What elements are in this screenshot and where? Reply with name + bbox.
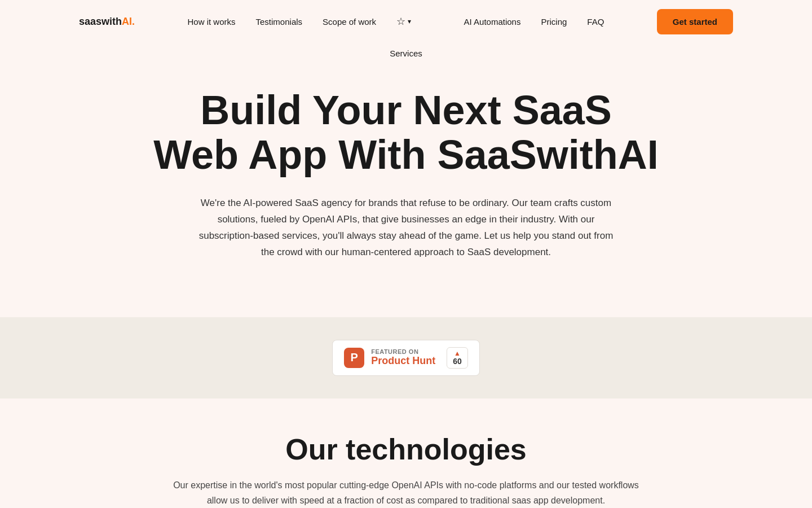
logo-prefix: saaswith	[79, 16, 122, 28]
technologies-heading: Our technologies	[79, 432, 733, 466]
main-nav: saaswithAI. How it works Testimonials Sc…	[0, 0, 812, 43]
nav-pricing[interactable]: Pricing	[541, 17, 567, 27]
nav-services-dropdown-trigger[interactable]: ☆ ▾	[396, 15, 411, 28]
product-hunt-badge[interactable]: P FEATURED ON Product Hunt ▲ 60	[332, 340, 480, 376]
nav-left-links: How it works Testimonials Scope of work …	[188, 15, 412, 28]
hero-subtext: We're the AI-powered SaaS agency for bra…	[192, 195, 620, 261]
ph-vote-count: 60	[453, 357, 462, 366]
logo-suffix: AI.	[122, 16, 135, 28]
nav-services[interactable]: Services	[390, 49, 422, 58]
technologies-subtext: Our expertise in the world's most popula…	[164, 478, 648, 508]
nav-right-links: AI Automations Pricing FAQ	[464, 17, 604, 27]
nav-services-row: Services	[0, 43, 812, 67]
technologies-section: Our technologies Our expertise in the wo…	[0, 398, 812, 508]
get-started-button[interactable]: Get started	[657, 9, 733, 34]
ph-votes-block: ▲ 60	[447, 347, 468, 369]
chevron-down-icon: ▾	[408, 17, 411, 25]
star-icon: ☆	[396, 15, 405, 28]
nav-ai-automations[interactable]: AI Automations	[464, 17, 521, 27]
nav-testimonials[interactable]: Testimonials	[256, 17, 303, 27]
product-hunt-section: P FEATURED ON Product Hunt ▲ 60	[0, 317, 812, 398]
nav-wrapper: saaswithAI. How it works Testimonials Sc…	[0, 0, 812, 43]
ph-featured-on-label: FEATURED ON	[371, 348, 435, 355]
ph-name: Product Hunt	[371, 355, 435, 367]
nav-faq[interactable]: FAQ	[587, 17, 604, 27]
hero-section: Build Your Next SaaS Web App With SaaSwi…	[0, 43, 812, 317]
product-hunt-logo: P	[344, 348, 364, 368]
nav-how-it-works[interactable]: How it works	[188, 17, 236, 27]
ph-text-block: FEATURED ON Product Hunt	[371, 348, 435, 367]
ph-upvote-arrow: ▲	[454, 350, 461, 357]
logo[interactable]: saaswithAI.	[79, 16, 135, 28]
nav-scope-of-work[interactable]: Scope of work	[323, 17, 376, 27]
ph-logo-letter: P	[351, 351, 358, 364]
hero-headline: Build Your Next SaaS Web App With SaaSwi…	[152, 88, 660, 177]
